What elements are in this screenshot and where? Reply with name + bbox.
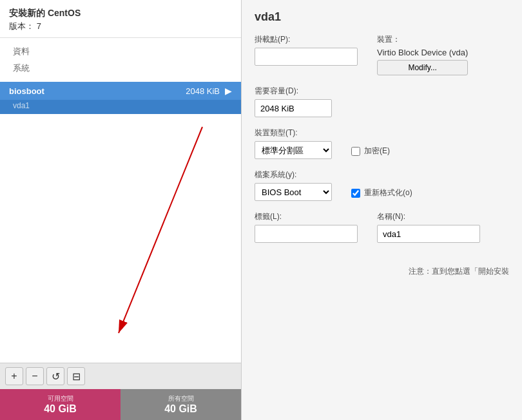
remove-partition-button[interactable]: − [26,367,44,385]
tag-input[interactable] [255,225,358,243]
partition-name: biosboot [9,86,44,96]
total-space-label: 所有空間 [168,394,194,403]
device-type-select[interactable]: 標準分割區 [255,141,332,159]
total-space-value: 40 GiB [164,403,197,415]
filesystem-label: 檔案系統(y): [255,169,332,180]
left-panel: 安裝新的 CentOS 版本： 7 資料 系統 biosboot 2048 Ki… [0,0,242,420]
encrypt-group: 加密(E) [351,146,390,157]
mount-point-group: 掛載點(P): [255,34,358,66]
device-label: 裝置： [377,34,468,45]
settings-button[interactable]: ⊟ [67,367,85,385]
left-nav: 資料 系統 [0,38,241,82]
name-group: 名稱(N): [377,211,480,243]
right-panel: vda1 掛載點(P): 裝置： Virtio Block Device (vd… [242,0,522,420]
install-title: 安裝新的 CentOS [9,8,232,19]
device-name: Virtio Block Device (vda) [377,48,468,57]
add-partition-button[interactable]: + [5,367,23,385]
form-row-device-type: 裝置類型(T): 標準分割區 加密(E) [255,128,509,159]
tag-group: 標籤(L): [255,211,358,243]
encrypt-checkbox[interactable] [351,147,360,156]
partition-size: 2048 KiB [186,86,220,96]
available-space-value: 40 GiB [44,403,77,415]
mount-point-label: 掛載點(P): [255,34,358,45]
partition-device-sub: vda1 [0,100,241,114]
bottom-note: 注意：直到您點選「開始安裝 [255,253,509,277]
name-label: 名稱(N): [377,211,480,222]
form-row-filesystem: 檔案系統(y): BIOS Boot 重新格式化(o) [255,169,509,201]
device-info-group: 裝置： Virtio Block Device (vda) Modify... [377,34,468,75]
mount-point-input[interactable] [255,48,358,66]
svg-line-1 [119,127,202,333]
tag-label: 標籤(L): [255,211,358,222]
refresh-button[interactable]: ↺ [46,367,64,385]
partition-row-biosboot[interactable]: biosboot 2048 KiB ▶ [0,82,241,100]
desired-capacity-label: 需要容量(D): [255,86,332,97]
version-row: 版本： 7 [9,21,232,32]
filesystem-select[interactable]: BIOS Boot [255,183,332,201]
filesystem-group: 檔案系統(y): BIOS Boot [255,169,332,201]
form-row-mount-device: 掛載點(P): 裝置： Virtio Block Device (vda) Mo… [255,34,509,75]
available-space-label: 可用空間 [48,394,73,403]
device-type-group: 裝置類型(T): 標準分割區 [255,128,332,159]
modify-button[interactable]: Modify... [377,60,468,75]
partition-arrow-icon: ▶ [225,86,232,96]
total-space-item: 所有空間 40 GiB [121,389,241,420]
encrypt-label: 加密(E) [364,146,390,157]
left-toolbar: + − ↺ ⊟ [0,363,241,389]
partition-detail-title: vda1 [255,10,509,24]
desired-capacity-input[interactable] [255,99,332,117]
device-type-label: 裝置類型(T): [255,128,332,138]
partition-list: biosboot 2048 KiB ▶ vda1 [0,82,241,363]
reformat-group: 重新格式化(o) [351,187,412,198]
desired-capacity-group: 需要容量(D): [255,86,332,117]
nav-item-system[interactable]: 系統 [0,60,241,77]
available-space-item: 可用空間 40 GiB [0,389,121,420]
reformat-label: 重新格式化(o) [364,187,412,198]
nav-item-data[interactable]: 資料 [0,43,241,60]
reformat-checkbox[interactable] [351,189,360,198]
arrow-indicator [99,114,228,352]
form-row-capacity: 需要容量(D): [255,86,509,117]
name-input[interactable] [377,225,480,243]
left-header: 安裝新的 CentOS 版本： 7 [0,0,241,38]
space-bar: 可用空間 40 GiB 所有空間 40 GiB [0,389,241,420]
form-row-label-name: 標籤(L): 名稱(N): [255,211,509,243]
